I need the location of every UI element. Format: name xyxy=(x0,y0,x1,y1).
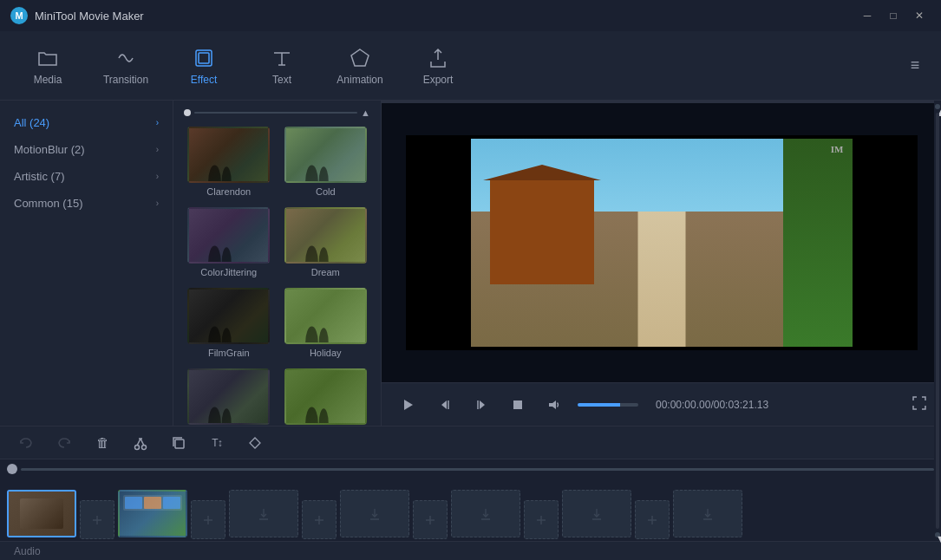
play-icon xyxy=(402,398,415,412)
toolbar: Media Transition Effect Text Animation xyxy=(0,31,941,101)
text-timeline-button[interactable]: T↕ xyxy=(205,431,229,455)
effect-name-colorjittering: ColorJittering xyxy=(200,267,257,277)
track-thumb-5[interactable] xyxy=(451,490,520,537)
text-icon xyxy=(270,46,294,70)
scroll-dot xyxy=(184,109,191,116)
effect-item-holiday[interactable]: Holiday xyxy=(278,283,375,363)
transition-slot-2[interactable] xyxy=(191,500,225,539)
track-thumb-4[interactable] xyxy=(340,490,409,537)
track-thumb-7[interactable] xyxy=(673,490,742,537)
diamond-timeline-button[interactable] xyxy=(243,431,267,455)
chevron-right-icon: › xyxy=(156,118,159,127)
vertical-scrollbar[interactable]: ▲ ▼ xyxy=(934,101,941,541)
effect-item-clarendon[interactable]: Clarendon xyxy=(180,121,278,202)
effect-thumb-8 xyxy=(284,368,367,425)
video-container: IM xyxy=(406,135,918,350)
toolbar-item-transition[interactable]: Transition xyxy=(87,35,165,97)
svg-marker-6 xyxy=(404,400,413,410)
filter-item-motionblur[interactable]: MotionBlur (2) › xyxy=(0,136,173,163)
undo-button[interactable] xyxy=(14,431,38,455)
transition-slot-1[interactable] xyxy=(80,500,114,539)
filter-item-all[interactable]: All (24) › xyxy=(0,109,173,136)
track-thumb-2[interactable] xyxy=(118,490,187,537)
track-thumb-6[interactable] xyxy=(562,490,631,537)
minimize-button[interactable]: ─ xyxy=(856,6,879,25)
step-forward-icon xyxy=(474,398,488,412)
play-button[interactable] xyxy=(395,392,421,418)
effect-item-filmgrain[interactable]: FilmGrain xyxy=(180,283,278,363)
filter-item-common[interactable]: Common (15) › xyxy=(0,190,173,217)
svg-marker-12 xyxy=(549,400,556,409)
effect-item-cold[interactable]: Cold xyxy=(278,121,375,202)
effect-thumb-clarendon xyxy=(187,127,270,183)
scrollbar-down-arrow[interactable]: ▼ xyxy=(935,532,940,537)
export-icon xyxy=(426,46,450,70)
transition-slot-3[interactable] xyxy=(302,500,337,539)
volume-button[interactable] xyxy=(541,392,567,418)
cut-button[interactable] xyxy=(128,431,153,455)
redo-button[interactable] xyxy=(52,431,76,455)
timeline-toolbar: 🗑 T↕ xyxy=(0,427,941,459)
diamond-icon xyxy=(348,46,372,70)
diamond-timeline-icon xyxy=(249,437,261,449)
add-icon-3 xyxy=(313,514,325,526)
toolbar-item-export[interactable]: Export xyxy=(399,35,477,97)
roof-left xyxy=(483,165,601,180)
effect-name-cold: Cold xyxy=(316,186,336,197)
volume-icon xyxy=(547,398,561,412)
svg-rect-1 xyxy=(199,53,209,63)
text-label: Text xyxy=(272,74,291,86)
filter-panel: All (24) › MotionBlur (2) › Artistic (7)… xyxy=(0,101,173,426)
step-forward-button[interactable] xyxy=(468,392,494,418)
effect-item-dream[interactable]: Dream xyxy=(278,202,375,283)
effect-item-colorjittering[interactable]: ColorJittering xyxy=(180,202,278,283)
maximize-button[interactable]: □ xyxy=(882,6,905,25)
track-thumb-1[interactable] xyxy=(7,490,76,537)
transition-slot-5[interactable] xyxy=(524,500,559,539)
app-logo: M xyxy=(10,7,28,24)
add-icon-2 xyxy=(202,514,214,526)
filter-item-artistic[interactable]: Artistic (7) › xyxy=(0,163,173,190)
transition-slot-4[interactable] xyxy=(413,500,448,539)
volume-slider[interactable] xyxy=(578,403,638,407)
effect-thumb-filmgrain xyxy=(187,288,270,344)
effect-item-8[interactable] xyxy=(278,363,375,426)
toolbar-item-animation[interactable]: Animation xyxy=(321,35,399,97)
effect-thumb-colorjitter xyxy=(187,207,270,264)
svg-marker-5 xyxy=(351,49,369,66)
transition-label: Transition xyxy=(103,74,148,86)
fullscreen-button[interactable] xyxy=(912,395,927,413)
add-icon-6 xyxy=(646,514,658,526)
copy-button[interactable] xyxy=(167,431,191,455)
animation-label: Animation xyxy=(337,74,382,86)
chevron-right-icon: › xyxy=(156,145,159,154)
transition-slot-6[interactable] xyxy=(635,500,670,539)
step-back-button[interactable] xyxy=(432,392,458,418)
svg-rect-11 xyxy=(513,400,522,409)
effect-name-clarendon: Clarendon xyxy=(206,186,251,197)
track-thumb-3[interactable] xyxy=(229,490,298,537)
video-trees-right xyxy=(783,139,853,347)
toolbar-item-text[interactable]: Text xyxy=(243,35,321,97)
video-road xyxy=(637,212,685,347)
black-bar-left xyxy=(406,135,471,350)
add-icon-5 xyxy=(535,514,547,526)
effect-name-holiday: Holiday xyxy=(310,348,342,358)
stop-button[interactable] xyxy=(505,392,531,418)
toolbar-item-effect[interactable]: Effect xyxy=(165,35,243,97)
chevron-right-icon: › xyxy=(156,199,159,208)
scrollbar-up-arrow[interactable]: ▲ xyxy=(935,104,940,109)
effect-item-7[interactable] xyxy=(180,363,278,426)
window-controls: ─ □ ✕ xyxy=(856,6,931,25)
delete-button[interactable]: 🗑 xyxy=(90,431,114,455)
menu-button[interactable]: ≡ xyxy=(898,49,932,83)
svg-point-14 xyxy=(142,445,147,449)
step-back-icon xyxy=(438,398,452,412)
scroll-indicator: ▲ xyxy=(173,101,381,121)
close-button[interactable]: ✕ xyxy=(908,6,931,25)
scroll-track-line[interactable] xyxy=(21,468,934,471)
fullscreen-icon xyxy=(912,395,927,411)
toolbar-item-media[interactable]: Media xyxy=(9,35,87,97)
cut-icon xyxy=(133,435,148,451)
time-display: 00:00:00.00/00:03:21.13 xyxy=(656,399,901,411)
